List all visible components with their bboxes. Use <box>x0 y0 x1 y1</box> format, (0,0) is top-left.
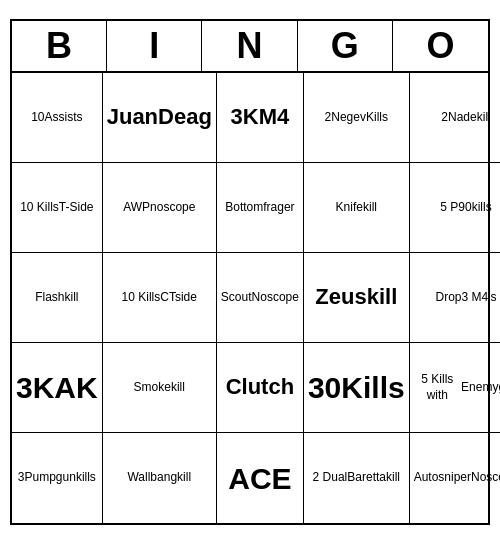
bingo-cell: JuanDeag <box>103 73 217 163</box>
bingo-cell: Wallbangkill <box>103 433 217 523</box>
bingo-cell: Flashkill <box>12 253 103 343</box>
bingo-header: BINGO <box>12 21 488 73</box>
bingo-card: BINGO 10AssistsJuanDeag3KM42NegevKills2N… <box>10 19 490 525</box>
bingo-cell: 3Pumpgunkills <box>12 433 103 523</box>
bingo-cell: 3KM4 <box>217 73 304 163</box>
bingo-cell: Smokekill <box>103 343 217 433</box>
bingo-cell: Drop3 M4's <box>410 253 500 343</box>
bingo-cell: 10Assists <box>12 73 103 163</box>
bingo-cell: 2 DualBarettakill <box>304 433 410 523</box>
header-letter: N <box>202 21 297 71</box>
bingo-cell: 3KAK <box>12 343 103 433</box>
bingo-cell: 2NegevKills <box>304 73 410 163</box>
header-letter: B <box>12 21 107 71</box>
bingo-cell: Knifekill <box>304 163 410 253</box>
header-letter: G <box>298 21 393 71</box>
bingo-cell: AutosniperNoscope <box>410 433 500 523</box>
header-letter: I <box>107 21 202 71</box>
bingo-cell: Zeuskill <box>304 253 410 343</box>
bingo-grid: 10AssistsJuanDeag3KM42NegevKills2Nadekil… <box>12 73 488 523</box>
bingo-cell: ScoutNoscope <box>217 253 304 343</box>
bingo-cell: ACE <box>217 433 304 523</box>
bingo-cell: 30Kills <box>304 343 410 433</box>
bingo-cell: 2Nadekill <box>410 73 500 163</box>
bingo-cell: Clutch <box>217 343 304 433</box>
bingo-cell: 10 KillsT-Side <box>12 163 103 253</box>
bingo-cell: Bottomfrager <box>217 163 304 253</box>
bingo-cell: 5 P90kills <box>410 163 500 253</box>
header-letter: O <box>393 21 488 71</box>
bingo-cell: 10 KillsCTside <box>103 253 217 343</box>
bingo-cell: 5 Kills withEnemygun <box>410 343 500 433</box>
bingo-cell: AWPnoscope <box>103 163 217 253</box>
